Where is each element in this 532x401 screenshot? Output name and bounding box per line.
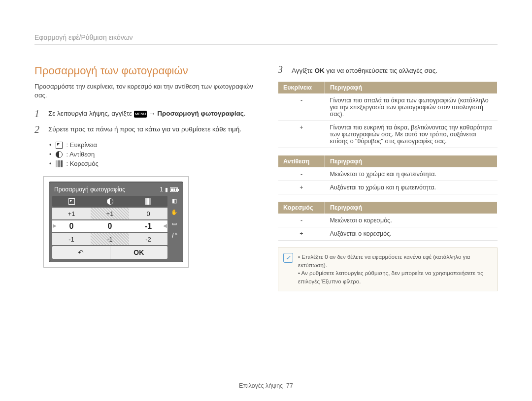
- step-1-arrow: →: [149, 110, 157, 117]
- page-footer: Επιλογές λήψης 77: [0, 382, 532, 389]
- back-button[interactable]: ↶: [52, 246, 110, 259]
- step-number: 2: [34, 124, 43, 134]
- slider-row-above[interactable]: +1 +1 0: [52, 208, 167, 219]
- camera-screen-illustration: Προσαρμογή φωτογραφίας 1 ▮: [43, 176, 189, 268]
- note-item: Επιλέξτε 0 αν δεν θέλετε να εφαρμόσετε κ…: [298, 253, 491, 269]
- saturation-icon: [56, 160, 63, 167]
- intro-text: Προσαρμόστε την ευκρίνεια, τον κορεσμό κ…: [34, 82, 254, 100]
- info-icon: ✓: [283, 253, 293, 263]
- saturation-icon: [145, 198, 152, 205]
- sharpness-table: ΕυκρίνειαΠεριγραφή -Γίνονται πιο απαλά τ…: [278, 81, 498, 148]
- step-3: 3 Αγγίξτε OK για να αποθηκεύσετε τις αλλ…: [278, 64, 498, 74]
- ok-label: OK: [314, 67, 324, 74]
- step-1-target: Προσαρμογή φωτογραφίας: [157, 110, 244, 117]
- card-icon: ▭: [172, 220, 177, 227]
- contrast-icon: [107, 198, 113, 205]
- step-number: 1: [34, 109, 43, 119]
- menu-icon: MENU: [134, 111, 147, 118]
- contrast-table: ΑντίθεσηΠεριγραφή -Μειώνεται το χρώμα κα…: [278, 155, 498, 194]
- step-2: 2 Σύρετε προς τα πάνω ή προς τα κάτω για…: [34, 124, 254, 134]
- sharpness-icon: [68, 198, 75, 205]
- step-2-text: Σύρετε προς τα πάνω ή προς τα κάτω για ν…: [48, 124, 254, 134]
- step-1: 1 Σε λειτουργία λήψης, αγγίξτε MENU → Πρ…: [34, 109, 254, 119]
- slider-row-below[interactable]: -1 -1 -2: [52, 233, 167, 245]
- step-1-text-a: Σε λειτουργία λήψης, αγγίξτε: [48, 110, 134, 117]
- slider-row-selected[interactable]: ▶ 0 0 -1 ◀: [52, 220, 167, 232]
- contrast-icon: [56, 151, 63, 158]
- hand-icon: ✋: [171, 209, 178, 216]
- sd-card-icon: ▮: [165, 186, 168, 193]
- right-caret-icon: ◀: [162, 223, 168, 228]
- lcd-title: Προσαρμογή φωτογραφίας: [54, 186, 125, 193]
- sharpness-icon: [56, 142, 63, 149]
- flash-mode-icon: ƒᴬ: [171, 232, 177, 238]
- battery-icon: [170, 187, 178, 192]
- saturation-table: ΚορεσμόςΠεριγραφή -Μειώνεται ο κορεσμός.…: [278, 201, 498, 241]
- adjust-legend: • : Ευκρίνεια • : Αντίθεση • : Κορεσμός: [49, 140, 254, 168]
- page-title: Προσαρμογή των φωτογραφιών: [34, 64, 254, 77]
- lcd-shot-count: 1: [160, 186, 163, 193]
- ok-button[interactable]: OK: [110, 246, 168, 259]
- left-caret-icon: ▶: [51, 223, 58, 228]
- exposure-icon: ◧: [172, 198, 177, 204]
- note-box: ✓ Επιλέξτε 0 αν δεν θέλετε να εφαρμόσετε…: [278, 247, 498, 291]
- step-3-text-b: για να αποθηκεύσετε τις αλλαγές σας.: [326, 67, 437, 74]
- note-item: Αν ρυθμίσετε λειτουργίες ρύθμισης, δεν μ…: [298, 269, 491, 285]
- breadcrumb: Εφαρμογή εφέ/Ρύθμιση εικόνων: [34, 33, 498, 45]
- step-number: 3: [278, 64, 287, 74]
- step-3-text-a: Αγγίξτε: [292, 67, 314, 74]
